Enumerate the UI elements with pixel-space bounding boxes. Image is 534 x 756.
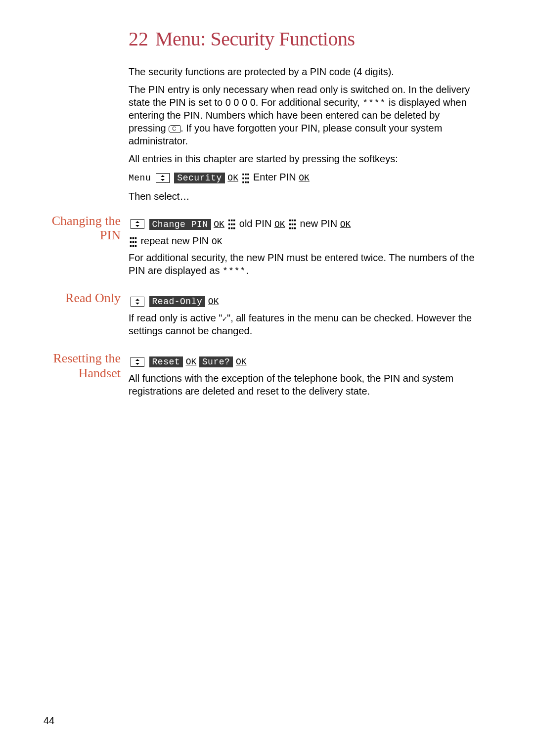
intro-paragraph-2: The PIN entry is only necessary when rea… <box>129 83 475 147</box>
text-fragment: . <box>246 265 249 276</box>
delete-key-icon <box>169 125 180 133</box>
softkey-ok: OK <box>340 220 351 229</box>
softkey-ok: OK <box>208 297 219 307</box>
resetting-body: All functions with the exception of the … <box>129 372 475 398</box>
read-only-body: If read only is active "✓", all features… <box>129 311 475 338</box>
chapter-number: 22 <box>129 27 148 50</box>
text-fragment: If read only is active " <box>129 312 222 323</box>
intro-paragraph-1: The security functions are protected by … <box>129 65 475 78</box>
checkmark-icon: ✓ <box>222 315 227 324</box>
section-heading-resetting: Resetting the Handset <box>40 351 121 381</box>
nav-updown-icon <box>131 297 144 307</box>
nav-updown-icon <box>131 219 144 229</box>
read-only-sequence: Read-Only OK <box>129 294 475 308</box>
softkey-reset: Reset <box>149 356 183 367</box>
intro-paragraph-3: All entries in this chapter are started … <box>129 152 475 165</box>
softkey-ok: OK <box>274 220 285 229</box>
softkey-menu: Menu <box>129 173 151 183</box>
softkey-ok: OK <box>214 220 224 229</box>
intro-softkey-sequence: Menu Security OK ▪▪▪▪▪▪▪▪▪ Enter PIN OK <box>129 170 475 184</box>
changing-pin-sequence-2: ▪▪▪▪▪▪▪▪▪ repeat new PIN OK <box>129 234 475 248</box>
softkey-enter-pin: Enter PIN <box>253 172 296 182</box>
softkey-sure: Sure? <box>199 356 233 367</box>
keypad-icon: ▪▪▪▪▪▪▪▪▪ <box>130 236 137 248</box>
asterisks-icon: **** <box>222 266 246 276</box>
softkey-ok: OK <box>236 357 247 367</box>
page-number: 44 <box>44 715 54 726</box>
softkey-security: Security <box>174 173 224 183</box>
nav-updown-icon <box>156 173 170 183</box>
changing-pin-body: For additional security, the new PIN mus… <box>129 251 475 277</box>
softkey-read-only: Read-Only <box>149 296 206 307</box>
label-new-pin: new PIN <box>300 218 338 229</box>
keypad-icon: ▪▪▪▪▪▪▪▪▪ <box>228 218 235 230</box>
asterisks-icon: **** <box>362 98 386 108</box>
softkey-ok: OK <box>212 237 222 247</box>
softkey-change-pin: Change PIN <box>149 219 211 230</box>
softkey-ok: OK <box>227 173 238 183</box>
chapter-title: Menu: Security Functions <box>155 27 355 50</box>
then-select: Then select… <box>129 190 475 203</box>
label-old-pin: old PIN <box>239 218 272 229</box>
keypad-icon: ▪▪▪▪▪▪▪▪▪ <box>242 172 250 184</box>
section-heading-changing-pin: Changing the PIN <box>40 214 121 243</box>
section-heading-read-only: Read Only <box>40 291 121 306</box>
nav-updown-icon <box>131 357 144 367</box>
resetting-sequence: Reset OK Sure? OK <box>129 354 475 368</box>
changing-pin-sequence-1: Change PIN OK ▪▪▪▪▪▪▪▪▪ old PIN OK ▪▪▪▪▪… <box>129 217 475 231</box>
chapter-heading: 22 Menu: Security Functions <box>129 27 475 50</box>
softkey-ok: OK <box>299 173 310 183</box>
text-fragment: For additional security, the new PIN mus… <box>129 252 475 276</box>
softkey-ok: OK <box>186 357 197 367</box>
label-repeat-pin: repeat new PIN <box>140 235 209 246</box>
keypad-icon: ▪▪▪▪▪▪▪▪▪ <box>289 218 296 230</box>
